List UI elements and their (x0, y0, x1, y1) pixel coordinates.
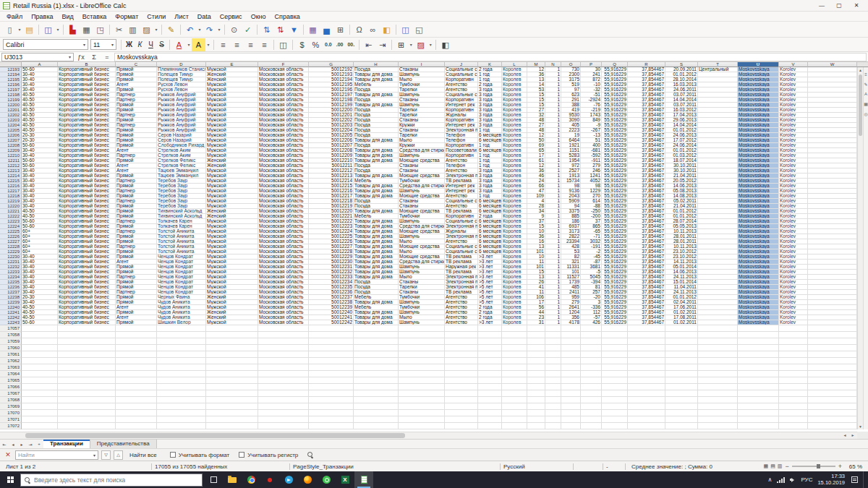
save-icon[interactable]: ◫ (41, 23, 55, 36)
cell[interactable]: 6 месяцев (478, 148, 502, 153)
cell[interactable]: Посуда (354, 123, 399, 128)
chevron-down-icon[interactable]: ▾ (55, 23, 61, 36)
volume-icon[interactable] (790, 477, 796, 483)
row-header[interactable]: 17068 (0, 397, 22, 403)
cell[interactable]: Московская область (258, 290, 309, 295)
cell[interactable]: Посуда (354, 67, 399, 72)
cell[interactable]: Тумбочки (399, 179, 445, 184)
cell[interactable]: 5283 (561, 153, 581, 158)
close-icon[interactable]: ✕ (4, 451, 12, 458)
cell[interactable] (157, 390, 206, 397)
cell[interactable] (561, 403, 581, 410)
cell[interactable]: Корпоративный бизнес (58, 108, 116, 113)
cell[interactable]: 55,916229 (602, 72, 628, 77)
cell[interactable]: 6 месяцев (478, 133, 502, 138)
cell[interactable] (808, 138, 857, 143)
cell[interactable]: 1 (545, 249, 561, 254)
cell[interactable] (561, 325, 581, 332)
cell[interactable]: Moskovsskaya (738, 174, 779, 179)
cell[interactable]: Тумбочки (399, 295, 445, 300)
cell[interactable]: Korolev (779, 199, 808, 204)
cell[interactable]: Korolev (779, 123, 808, 128)
cell[interactable] (399, 338, 445, 345)
cell[interactable]: Прямой (116, 239, 157, 244)
cell[interactable]: Социальные с (445, 249, 478, 254)
cell[interactable]: Московская область (258, 234, 309, 239)
cell[interactable]: Moskovsskaya (738, 214, 779, 219)
cell[interactable] (808, 128, 857, 133)
cell[interactable]: Товары для дома (354, 194, 399, 199)
row-header[interactable]: 12200 (0, 103, 22, 108)
cell[interactable]: Женский (206, 214, 258, 219)
cell[interactable]: Толстой Аникита (157, 244, 206, 249)
cell[interactable]: 50012206 (309, 138, 354, 143)
cell[interactable] (545, 371, 561, 377)
cell[interactable]: Женский (206, 163, 258, 168)
cell[interactable]: 65 (527, 148, 545, 153)
cell[interactable]: 55,916229 (602, 315, 628, 320)
cell[interactable] (561, 384, 581, 390)
cell[interactable]: 50012195 (309, 82, 354, 87)
cell[interactable]: 50012228 (309, 249, 354, 254)
cell[interactable] (445, 371, 478, 377)
cell[interactable]: 37,854467 (628, 254, 665, 260)
cell[interactable]: Korolev (779, 320, 808, 325)
cell[interactable]: Московская область (258, 77, 309, 82)
pivot-table-icon[interactable]: ⊞ (333, 23, 347, 36)
menu-item-7[interactable]: Лист (170, 12, 193, 22)
cell[interactable] (738, 345, 779, 351)
cell[interactable] (665, 410, 698, 416)
cell[interactable] (561, 338, 581, 345)
cell[interactable]: 55,916229 (602, 254, 628, 260)
column-header-L[interactable]: L (502, 62, 527, 67)
cell[interactable]: 872 (581, 77, 602, 82)
cell[interactable] (527, 416, 545, 423)
cell[interactable]: 55,916229 (602, 138, 628, 143)
cell[interactable]: 37,854467 (628, 265, 665, 270)
cell[interactable]: 60+ (22, 249, 58, 254)
cell[interactable]: Moskovsskaya (738, 204, 779, 209)
cell[interactable] (698, 98, 738, 103)
row-header[interactable]: 17067 (0, 390, 22, 397)
cell[interactable]: Московская область (258, 179, 309, 184)
cell[interactable]: Moskovsskaya (738, 219, 779, 224)
percent-format-icon[interactable]: % (309, 38, 323, 51)
cell[interactable] (808, 163, 857, 168)
cell[interactable]: Корпоративный бизнес (58, 168, 116, 174)
cell[interactable]: Агентство (445, 300, 478, 305)
column-header-V[interactable]: V (779, 62, 808, 67)
cell[interactable]: -10 (581, 82, 602, 87)
cell[interactable]: 55,916229 (602, 280, 628, 285)
cell[interactable]: -88 (581, 204, 602, 209)
cell[interactable] (808, 390, 857, 397)
cell[interactable]: 1 (545, 214, 561, 219)
cell[interactable] (808, 118, 857, 123)
cell[interactable] (808, 108, 857, 113)
cell[interactable] (502, 416, 527, 423)
cell[interactable] (602, 403, 628, 410)
cell[interactable]: Мужской (206, 153, 258, 158)
cell[interactable] (399, 403, 445, 410)
cell[interactable]: 1 (545, 194, 561, 199)
cell[interactable]: Королев (502, 93, 527, 98)
cell[interactable] (698, 338, 738, 345)
cell[interactable]: 16.03.2012 (665, 108, 698, 113)
cell[interactable]: 30-40 (22, 290, 58, 295)
cell[interactable]: Королев (502, 300, 527, 305)
cell[interactable]: Moskovsskaya (738, 67, 779, 72)
cell[interactable]: 50-60 (22, 143, 58, 148)
cell[interactable] (502, 384, 527, 390)
cell[interactable]: 18.07.2014 (665, 158, 698, 163)
cell[interactable]: 21.04.2011 (665, 204, 698, 209)
cell[interactable]: 37,854467 (628, 153, 665, 158)
cell[interactable] (157, 345, 206, 351)
cell[interactable]: 01.01.2012 (665, 214, 698, 219)
cell[interactable]: 30-40 (22, 199, 58, 204)
cell[interactable]: 428 (561, 244, 581, 249)
cell[interactable] (698, 103, 738, 108)
firefox-icon[interactable] (298, 471, 317, 488)
cell[interactable] (58, 410, 116, 416)
cell[interactable]: Мужской (206, 300, 258, 305)
close-button[interactable]: ✕ (848, 0, 865, 12)
cell[interactable]: 30-40 (22, 174, 58, 179)
